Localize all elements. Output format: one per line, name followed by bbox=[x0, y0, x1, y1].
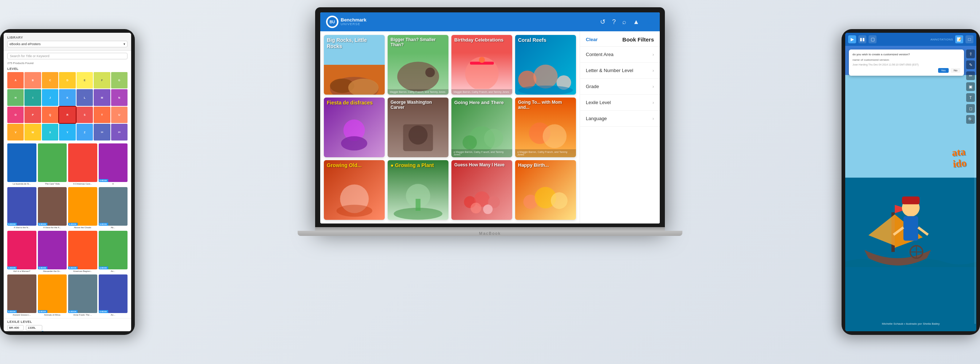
macbook-base: MacBook bbox=[315, 227, 665, 236]
library-select[interactable]: eBooks and ePosters ▾ bbox=[7, 41, 127, 47]
level-cell[interactable]: V bbox=[7, 124, 24, 140]
level-cell[interactable]: I bbox=[24, 89, 41, 106]
filter-language[interactable]: Language › bbox=[580, 111, 660, 127]
dialog-yes-button[interactable]: Yes bbox=[938, 68, 949, 73]
book-item[interactable]: E-BOOK Ab... bbox=[99, 187, 128, 229]
level-cell[interactable]: M bbox=[94, 89, 110, 106]
level-cell[interactable]: X bbox=[42, 124, 58, 140]
book-card-fiesta[interactable]: Fiesta de disfraces bbox=[324, 98, 385, 157]
search-input[interactable]: Search for Title or Keyword bbox=[7, 53, 127, 59]
level-cell[interactable]: Q bbox=[42, 107, 58, 123]
user-icon[interactable]: 👤 bbox=[646, 18, 654, 26]
lexile-max-input[interactable]: 1335L bbox=[26, 325, 42, 331]
level-cell[interactable]: E bbox=[76, 72, 93, 89]
found-count: 275 Products Found bbox=[4, 61, 131, 65]
library-label: LIBRARY bbox=[7, 36, 127, 39]
book-card-bigger[interactable]: Bigger Than? Smaller Than? Maggie Barron… bbox=[388, 35, 449, 95]
page-button[interactable]: ▢ bbox=[869, 35, 877, 43]
level-cell[interactable]: N bbox=[111, 89, 127, 106]
annotations-icon[interactable]: 📝 bbox=[955, 35, 963, 43]
level-cell[interactable]: H bbox=[7, 89, 24, 106]
svg-point-23 bbox=[542, 125, 566, 149]
filter-content-area-label: Content Area bbox=[586, 52, 614, 57]
level-cell[interactable]: L bbox=[76, 89, 93, 106]
tablet-left-header: LIBRARY eBooks and ePosters ▾ bbox=[4, 33, 131, 51]
refresh-icon[interactable]: ↺ bbox=[600, 18, 606, 26]
level-cell[interactable]: G bbox=[111, 72, 127, 89]
book-card-guess[interactable]: Guess How Many I Have bbox=[451, 160, 512, 220]
filter-grade[interactable]: Grade › bbox=[580, 79, 660, 95]
level-cell[interactable]: Y bbox=[59, 124, 75, 140]
book-card-happy-birth[interactable]: Happy Birth... bbox=[515, 160, 576, 220]
level-cell[interactable]: O bbox=[7, 107, 24, 123]
book-title: Happy Birth... bbox=[515, 160, 576, 170]
level-cell[interactable]: 24 bbox=[111, 124, 127, 140]
search-icon[interactable]: ⌕ bbox=[622, 18, 626, 26]
book-item[interactable]: E-BOOK A Visit to the N... bbox=[7, 187, 37, 229]
stop-button[interactable]: ▮▮ bbox=[858, 35, 866, 43]
dialog-no-button[interactable]: No bbox=[951, 68, 960, 73]
level-cell[interactable]: C bbox=[42, 72, 58, 89]
book-card-coral[interactable]: Coral Reefs bbox=[515, 35, 576, 95]
book-item[interactable]: E-BOOK A bbox=[99, 143, 128, 186]
sidebar-eraser-icon[interactable]: ◻ bbox=[966, 104, 975, 113]
level-cell[interactable]: D bbox=[59, 72, 75, 89]
level-cell[interactable]: B bbox=[24, 72, 41, 89]
level-cell[interactable]: A bbox=[7, 72, 24, 89]
book-card-going-here[interactable]: Going Here and There a Maggie Barron, Ca… bbox=[451, 98, 512, 157]
book-item[interactable]: E-BOOK Above the Clouds bbox=[68, 187, 97, 229]
book-item[interactable]: E-BOOK Animals of Africa bbox=[38, 274, 67, 317]
sidebar-highlight-icon[interactable]: ▣ bbox=[966, 82, 975, 91]
filter-content-area[interactable]: Content Area › bbox=[580, 47, 660, 63]
level-cell[interactable]: K bbox=[59, 89, 75, 106]
sidebar-text-icon[interactable]: T bbox=[966, 93, 975, 102]
book-item[interactable]: La leyenda de Si... bbox=[7, 143, 37, 186]
level-cell[interactable]: Z bbox=[76, 124, 93, 140]
dialog-note: name of customized version: bbox=[853, 58, 960, 62]
level-cell[interactable]: W bbox=[24, 124, 41, 140]
level-cell[interactable]: U bbox=[111, 107, 127, 123]
filter-lexile[interactable]: Lexile Level › bbox=[580, 95, 660, 111]
help-icon[interactable]: ? bbox=[612, 18, 616, 26]
level-cell[interactable]: T bbox=[94, 107, 110, 123]
book-item[interactable]: E-BOOK Anne Frank: The ... bbox=[68, 274, 97, 317]
book-item[interactable]: E-BOOK Ancient Greece (... bbox=[7, 274, 37, 317]
book-item[interactable]: E-BOOK American Beginni... bbox=[68, 231, 97, 273]
svg-rect-46 bbox=[904, 216, 918, 241]
book-card-george[interactable]: George Washington Carver bbox=[388, 98, 449, 157]
book-item[interactable]: E-BOOK A Voice for the A... bbox=[38, 187, 67, 229]
book-card-growing-plant[interactable]: ● Growing a Plant bbox=[388, 160, 449, 220]
book-art bbox=[394, 56, 443, 91]
play-button[interactable]: ▶ bbox=[848, 35, 856, 43]
level-cell[interactable]: 14 bbox=[94, 124, 110, 140]
sidebar-pencil-icon[interactable]: ✎ bbox=[966, 60, 975, 69]
book-card-going-to[interactable]: Going To... with Mom and... a Maggie Bar… bbox=[515, 98, 576, 157]
fullscreen-button[interactable]: □ bbox=[966, 35, 974, 43]
level-cell[interactable]: J bbox=[42, 89, 58, 106]
scroll-indicator[interactable] bbox=[975, 104, 976, 324]
level-cell[interactable]: P bbox=[24, 107, 41, 123]
book-card-growing-old[interactable]: Growing Old... bbox=[324, 160, 385, 220]
level-cell-r[interactable]: R bbox=[59, 107, 75, 123]
book-item[interactable]: "Pet Care" Kids bbox=[38, 143, 67, 186]
book-item[interactable]: E-BOOK An... bbox=[99, 231, 128, 273]
lexile-min-input[interactable]: BR-400 bbox=[7, 325, 24, 331]
level-cell[interactable]: S bbox=[76, 107, 93, 123]
book-card-big-rocks[interactable]: Big Rocks, Little Rocks bbox=[324, 35, 385, 95]
book-item[interactable]: E-BOOK Alexander the Gr... bbox=[38, 231, 67, 273]
book-card-birthday[interactable]: Birthday Celebrations Maggie Barron, Cat… bbox=[451, 35, 512, 95]
sidebar-zoom-icon[interactable]: 🔍 bbox=[966, 115, 975, 124]
slider-thumb[interactable] bbox=[41, 331, 45, 331]
book-item[interactable]: E-BOOK An... bbox=[99, 274, 128, 317]
dialog-timestamp: Joan Harding Thu Dec 04 2014 11:56:10 GM… bbox=[853, 63, 960, 66]
level-cell[interactable]: F bbox=[94, 72, 110, 89]
sidebar-pen-icon[interactable]: ✏ bbox=[966, 71, 975, 80]
macbook-bottom: MacBook bbox=[298, 231, 682, 236]
filter-icon[interactable]: ▲ bbox=[633, 18, 640, 26]
filter-clear-button[interactable]: Clear bbox=[586, 37, 598, 42]
book-item[interactable]: E-BOOK Ain't it a Woman? bbox=[7, 231, 37, 273]
filter-letter-number[interactable]: Letter & Number Level › bbox=[580, 63, 660, 79]
sidebar-arrow-up[interactable]: ⇧ bbox=[966, 49, 975, 58]
svg-rect-45 bbox=[902, 196, 920, 204]
book-item[interactable]: A Christmas Care... bbox=[68, 143, 97, 186]
